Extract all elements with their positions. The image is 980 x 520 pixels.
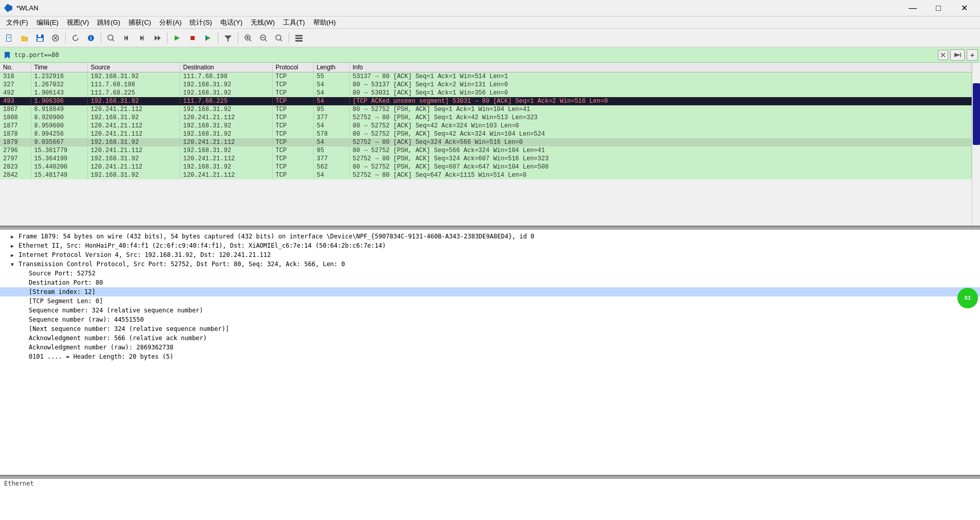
svg-line-28: [250, 39, 252, 41]
filter-clear-button[interactable]: [938, 50, 948, 60]
toolbar-zoom-reset-button[interactable]: [272, 31, 286, 45]
detail-expand-icon[interactable]: ▶: [9, 233, 15, 239]
toolbar-restart-button[interactable]: [201, 31, 215, 45]
minimize-button[interactable]: —: [901, 0, 925, 16]
toolbar-save-button[interactable]: [33, 31, 47, 45]
svg-rect-37: [295, 38, 303, 39]
menu-tools[interactable]: 工具(T): [279, 17, 309, 28]
table-row[interactable]: 282315.440200120.241.21.112192.168.31.92…: [0, 163, 972, 171]
table-cell: 192.168.31.92: [87, 171, 180, 179]
maximize-button[interactable]: □: [927, 0, 950, 16]
detail-row[interactable]: ▼Transmission Control Protocol, Src Port…: [0, 259, 980, 269]
toolbar-stop-button[interactable]: [185, 31, 200, 45]
packet-list-container: No. Time Source Destination Protocol Len…: [0, 63, 980, 227]
table-row[interactable]: 279715.364199192.168.31.92120.241.21.112…: [0, 155, 972, 163]
detail-row[interactable]: Sequence number (raw): 44551550: [0, 315, 980, 324]
filter-input[interactable]: [14, 49, 936, 61]
table-row[interactable]: 4921.906143111.7.68.225192.168.31.92TCP5…: [0, 89, 972, 97]
table-cell: 192.168.31.92: [87, 72, 180, 81]
menu-analyze[interactable]: 分析(A): [155, 17, 185, 28]
filter-apply-button[interactable]: [950, 49, 965, 61]
detail-text: Destination Port: 80: [29, 279, 103, 286]
detail-text: 0101 .... = Header Length: 20 bytes (5): [29, 353, 174, 360]
col-header-dest[interactable]: Destination: [180, 63, 272, 72]
table-cell: TCP: [272, 105, 313, 114]
detail-row[interactable]: ▶Frame 1879: 54 bytes on wire (432 bits)…: [0, 232, 980, 241]
table-row[interactable]: 18778.959600120.241.21.112192.168.31.92T…: [0, 122, 972, 130]
table-cell: 95: [313, 105, 349, 114]
svg-text:i: i: [90, 35, 92, 41]
detail-row[interactable]: Acknowledgment number (raw): 2869362738: [0, 343, 980, 352]
table-row[interactable]: 4931.906306192.168.31.92111.7.68.225TCP5…: [0, 97, 972, 105]
detail-row[interactable]: Destination Port: 80: [0, 278, 980, 287]
col-header-len[interactable]: Length: [313, 63, 349, 72]
col-header-proto[interactable]: Protocol: [272, 63, 313, 72]
menu-view[interactable]: 视图(V): [63, 17, 93, 28]
table-row[interactable]: 284215.481749192.168.31.92120.241.21.112…: [0, 171, 972, 179]
table-cell: 1879: [0, 138, 31, 146]
table-row[interactable]: 3181.232916192.168.31.92111.7.68.198TCP5…: [0, 72, 972, 81]
detail-text: Internet Protocol Version 4, Src: 192.16…: [18, 251, 271, 258]
table-row[interactable]: 3271.267032111.7.68.198192.168.31.92TCP5…: [0, 81, 972, 89]
detail-expand-icon[interactable]: ▼: [9, 261, 15, 267]
toolbar-open-button[interactable]: [17, 31, 32, 45]
detail-row[interactable]: Acknowledgment number: 566 (relative ack…: [0, 333, 980, 343]
scrollbar-thumb[interactable]: [973, 83, 980, 145]
detail-row[interactable]: [Stream index: 12]: [0, 287, 980, 296]
table-cell: 492: [0, 89, 31, 97]
toolbar-jump-button[interactable]: [150, 31, 164, 45]
detail-row[interactable]: ▶Ethernet II, Src: HonHaiPr_40:f4:f1 (2c…: [0, 241, 980, 250]
menu-goto[interactable]: 跳转(G): [93, 17, 124, 28]
detail-expand-icon[interactable]: ▶: [9, 243, 15, 249]
toolbar-sep-2: [101, 33, 101, 43]
toolbar-close-button[interactable]: [48, 31, 63, 45]
table-cell: 53137 → 80 [ACK] Seq=1 Ack=1 Win=514 Len…: [349, 72, 972, 81]
toolbar-zoom-in-button[interactable]: [241, 31, 255, 45]
table-cell: 327: [0, 81, 31, 89]
detail-text: Sequence number: 324 (relative sequence …: [29, 307, 203, 314]
toolbar-prev-button[interactable]: [119, 31, 134, 45]
table-cell: 52752 → 80 [ACK] Seq=324 Ack=566 Win=516…: [349, 138, 972, 146]
sidebar-green-button[interactable]: SI: [957, 288, 978, 308]
packet-scrollbar[interactable]: [972, 63, 980, 226]
menu-file[interactable]: 文件(F): [2, 17, 32, 28]
table-cell: 1.906306: [31, 97, 87, 105]
toolbar-info-button[interactable]: i: [84, 31, 98, 45]
app-icon: [4, 4, 12, 12]
close-button[interactable]: ✕: [952, 0, 976, 16]
col-header-no[interactable]: No.: [0, 63, 31, 72]
detail-row[interactable]: [TCP Segment Len: 0]: [0, 296, 980, 306]
col-header-time[interactable]: Time: [31, 63, 87, 72]
menu-statistics[interactable]: 统计(S): [185, 17, 216, 28]
menu-help[interactable]: 帮助(H): [309, 17, 340, 28]
detail-expand-icon[interactable]: ▶: [9, 252, 15, 258]
toolbar-zoom-out-button[interactable]: [256, 31, 271, 45]
filter-bookmark-icon: [2, 50, 12, 60]
toolbar-layout-button[interactable]: [292, 31, 306, 45]
toolbar-next-button[interactable]: [135, 31, 149, 45]
table-cell: 120.241.21.112: [87, 130, 180, 138]
table-row[interactable]: 18788.994256120.241.21.112192.168.31.92T…: [0, 130, 972, 138]
table-row[interactable]: 18678.918849120.241.21.112192.168.31.92T…: [0, 105, 972, 114]
detail-row[interactable]: 0101 .... = Header Length: 20 bytes (5): [0, 352, 980, 361]
detail-row[interactable]: Source Port: 52752: [0, 269, 980, 278]
menu-edit[interactable]: 编辑(E): [32, 17, 63, 28]
toolbar-new-button[interactable]: [2, 31, 16, 45]
menu-wireless[interactable]: 无线(W): [247, 17, 279, 28]
toolbar-filter-button[interactable]: [221, 31, 235, 45]
toolbar-start-button[interactable]: [170, 31, 184, 45]
detail-row[interactable]: ▶Internet Protocol Version 4, Src: 192.1…: [0, 250, 980, 259]
table-row[interactable]: 18799.035667192.168.31.92120.241.21.112T…: [0, 138, 972, 146]
col-header-source[interactable]: Source: [87, 63, 180, 72]
toolbar-search-button[interactable]: [104, 31, 118, 45]
toolbar-reload-button[interactable]: [68, 31, 83, 45]
col-header-info[interactable]: Info: [349, 63, 972, 72]
menu-telephony[interactable]: 电话(Y): [216, 17, 247, 28]
table-cell: 192.168.31.92: [180, 122, 272, 130]
table-row[interactable]: 279615.361779120.241.21.112192.168.31.92…: [0, 146, 972, 155]
menu-capture[interactable]: 捕获(C): [124, 17, 155, 28]
table-row[interactable]: 18688.920900192.168.31.92120.241.21.112T…: [0, 114, 972, 122]
detail-row[interactable]: [Next sequence number: 324 (relative seq…: [0, 324, 980, 333]
detail-row[interactable]: Sequence number: 324 (relative sequence …: [0, 306, 980, 315]
filter-add-button[interactable]: +: [967, 49, 978, 61]
